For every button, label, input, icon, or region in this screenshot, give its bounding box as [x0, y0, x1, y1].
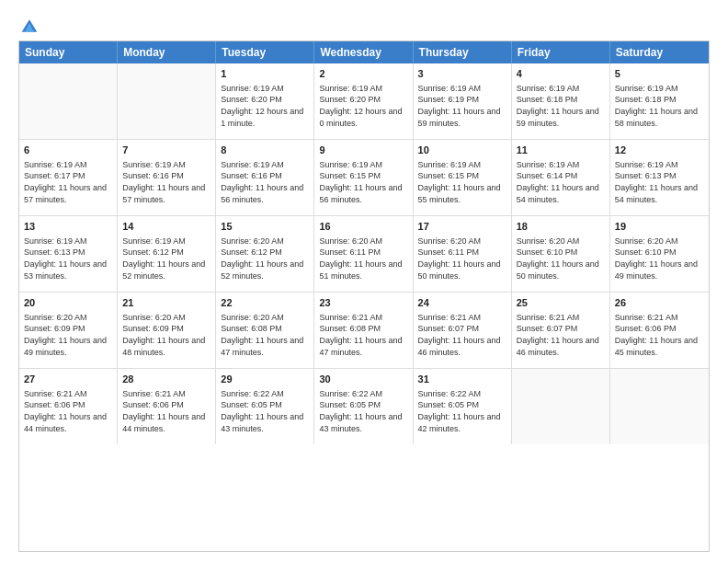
- day-info: Sunrise: 6:21 AM Sunset: 6:07 PM Dayligh…: [418, 312, 506, 358]
- day-info: Sunrise: 6:22 AM Sunset: 6:05 PM Dayligh…: [418, 388, 506, 434]
- day-info: Sunrise: 6:20 AM Sunset: 6:10 PM Dayligh…: [615, 236, 704, 282]
- calendar-week-2: 6Sunrise: 6:19 AM Sunset: 6:17 PM Daylig…: [19, 139, 709, 215]
- day-info: Sunrise: 6:19 AM Sunset: 6:18 PM Dayligh…: [517, 83, 605, 129]
- day-info: Sunrise: 6:22 AM Sunset: 6:05 PM Dayligh…: [221, 388, 309, 434]
- day-number: 9: [319, 144, 407, 157]
- weekday-header-friday: Friday: [512, 41, 610, 63]
- calendar-day-17: 17Sunrise: 6:20 AM Sunset: 6:11 PM Dayli…: [414, 216, 512, 292]
- day-number: 5: [615, 67, 704, 81]
- calendar-day-5: 5Sunrise: 6:19 AM Sunset: 6:18 PM Daylig…: [610, 63, 709, 139]
- day-number: 3: [418, 67, 506, 81]
- day-info: Sunrise: 6:21 AM Sunset: 6:06 PM Dayligh…: [615, 312, 704, 358]
- calendar-week-5: 27Sunrise: 6:21 AM Sunset: 6:06 PM Dayli…: [19, 368, 709, 444]
- calendar-day-31: 31Sunrise: 6:22 AM Sunset: 6:05 PM Dayli…: [414, 369, 512, 444]
- calendar-day-28: 28Sunrise: 6:21 AM Sunset: 6:06 PM Dayli…: [118, 369, 216, 444]
- day-number: 20: [24, 296, 112, 310]
- day-number: 27: [24, 373, 112, 386]
- day-info: Sunrise: 6:19 AM Sunset: 6:18 PM Dayligh…: [615, 83, 704, 129]
- calendar-day-24: 24Sunrise: 6:21 AM Sunset: 6:07 PM Dayli…: [414, 293, 512, 368]
- weekday-header-saturday: Saturday: [610, 41, 709, 63]
- day-number: 15: [221, 220, 309, 234]
- day-number: 24: [418, 296, 506, 310]
- calendar-day-22: 22Sunrise: 6:20 AM Sunset: 6:08 PM Dayli…: [216, 293, 314, 368]
- calendar-day-26: 26Sunrise: 6:21 AM Sunset: 6:06 PM Dayli…: [610, 293, 709, 368]
- day-number: 6: [24, 144, 112, 157]
- day-number: 12: [615, 144, 704, 157]
- day-info: Sunrise: 6:19 AM Sunset: 6:13 PM Dayligh…: [615, 159, 704, 205]
- day-number: 28: [122, 373, 210, 386]
- day-number: 19: [615, 220, 704, 234]
- day-info: Sunrise: 6:19 AM Sunset: 6:20 PM Dayligh…: [221, 83, 309, 129]
- calendar-day-7: 7Sunrise: 6:19 AM Sunset: 6:16 PM Daylig…: [118, 140, 216, 215]
- calendar-empty-cell: [19, 63, 118, 139]
- calendar: SundayMondayTuesdayWednesdayThursdayFrid…: [18, 40, 710, 552]
- day-number: 10: [418, 144, 506, 157]
- day-number: 14: [122, 220, 210, 234]
- calendar-day-6: 6Sunrise: 6:19 AM Sunset: 6:17 PM Daylig…: [19, 140, 118, 215]
- day-number: 22: [221, 296, 309, 310]
- calendar-body: 1Sunrise: 6:19 AM Sunset: 6:20 PM Daylig…: [19, 63, 709, 444]
- day-info: Sunrise: 6:20 AM Sunset: 6:10 PM Dayligh…: [517, 236, 605, 282]
- day-info: Sunrise: 6:21 AM Sunset: 6:06 PM Dayligh…: [24, 388, 112, 434]
- calendar-day-30: 30Sunrise: 6:22 AM Sunset: 6:05 PM Dayli…: [314, 369, 413, 444]
- calendar-day-19: 19Sunrise: 6:20 AM Sunset: 6:10 PM Dayli…: [610, 216, 709, 292]
- calendar-day-4: 4Sunrise: 6:19 AM Sunset: 6:18 PM Daylig…: [512, 63, 610, 139]
- header: [18, 17, 710, 31]
- day-info: Sunrise: 6:19 AM Sunset: 6:20 PM Dayligh…: [319, 83, 407, 129]
- calendar-day-9: 9Sunrise: 6:19 AM Sunset: 6:15 PM Daylig…: [314, 140, 413, 215]
- day-number: 2: [319, 67, 407, 81]
- calendar-day-15: 15Sunrise: 6:20 AM Sunset: 6:12 PM Dayli…: [216, 216, 314, 292]
- calendar-day-20: 20Sunrise: 6:20 AM Sunset: 6:09 PM Dayli…: [19, 293, 118, 368]
- calendar-day-14: 14Sunrise: 6:19 AM Sunset: 6:12 PM Dayli…: [118, 216, 216, 292]
- calendar-empty-cell: [512, 369, 610, 444]
- calendar-day-18: 18Sunrise: 6:20 AM Sunset: 6:10 PM Dayli…: [512, 216, 610, 292]
- logo-icon: [20, 17, 39, 35]
- day-number: 16: [319, 220, 407, 234]
- calendar-empty-cell: [610, 369, 709, 444]
- day-info: Sunrise: 6:20 AM Sunset: 6:09 PM Dayligh…: [122, 312, 210, 358]
- logo: [18, 17, 39, 31]
- calendar-day-13: 13Sunrise: 6:19 AM Sunset: 6:13 PM Dayli…: [19, 216, 118, 292]
- day-info: Sunrise: 6:20 AM Sunset: 6:11 PM Dayligh…: [418, 236, 506, 282]
- day-number: 11: [517, 144, 605, 157]
- calendar-day-11: 11Sunrise: 6:19 AM Sunset: 6:14 PM Dayli…: [512, 140, 610, 215]
- day-number: 25: [517, 296, 605, 310]
- calendar-empty-cell: [118, 63, 216, 139]
- day-number: 4: [517, 67, 605, 81]
- day-info: Sunrise: 6:21 AM Sunset: 6:07 PM Dayligh…: [517, 312, 605, 358]
- day-info: Sunrise: 6:21 AM Sunset: 6:06 PM Dayligh…: [122, 388, 210, 434]
- calendar-day-1: 1Sunrise: 6:19 AM Sunset: 6:20 PM Daylig…: [216, 63, 314, 139]
- page: SundayMondayTuesdayWednesdayThursdayFrid…: [0, 0, 728, 563]
- day-info: Sunrise: 6:19 AM Sunset: 6:16 PM Dayligh…: [221, 159, 309, 205]
- day-info: Sunrise: 6:20 AM Sunset: 6:12 PM Dayligh…: [221, 236, 309, 282]
- day-info: Sunrise: 6:19 AM Sunset: 6:16 PM Dayligh…: [122, 159, 210, 205]
- calendar-day-12: 12Sunrise: 6:19 AM Sunset: 6:13 PM Dayli…: [610, 140, 709, 215]
- weekday-header-tuesday: Tuesday: [216, 41, 314, 63]
- day-number: 31: [418, 373, 506, 386]
- day-info: Sunrise: 6:19 AM Sunset: 6:17 PM Dayligh…: [24, 159, 112, 205]
- calendar-header: SundayMondayTuesdayWednesdayThursdayFrid…: [19, 41, 709, 63]
- calendar-day-16: 16Sunrise: 6:20 AM Sunset: 6:11 PM Dayli…: [314, 216, 413, 292]
- day-number: 18: [517, 220, 605, 234]
- calendar-day-10: 10Sunrise: 6:19 AM Sunset: 6:15 PM Dayli…: [414, 140, 512, 215]
- weekday-header-sunday: Sunday: [19, 41, 118, 63]
- weekday-header-thursday: Thursday: [414, 41, 512, 63]
- day-number: 13: [24, 220, 112, 234]
- day-info: Sunrise: 6:19 AM Sunset: 6:15 PM Dayligh…: [319, 159, 407, 205]
- day-info: Sunrise: 6:22 AM Sunset: 6:05 PM Dayligh…: [319, 388, 407, 434]
- calendar-day-2: 2Sunrise: 6:19 AM Sunset: 6:20 PM Daylig…: [314, 63, 413, 139]
- day-info: Sunrise: 6:19 AM Sunset: 6:15 PM Dayligh…: [418, 159, 506, 205]
- day-number: 17: [418, 220, 506, 234]
- day-info: Sunrise: 6:20 AM Sunset: 6:08 PM Dayligh…: [221, 312, 309, 358]
- calendar-day-21: 21Sunrise: 6:20 AM Sunset: 6:09 PM Dayli…: [118, 293, 216, 368]
- calendar-week-1: 1Sunrise: 6:19 AM Sunset: 6:20 PM Daylig…: [19, 63, 709, 139]
- day-number: 8: [221, 144, 309, 157]
- weekday-header-wednesday: Wednesday: [314, 41, 413, 63]
- calendar-day-25: 25Sunrise: 6:21 AM Sunset: 6:07 PM Dayli…: [512, 293, 610, 368]
- day-number: 1: [221, 67, 309, 81]
- day-info: Sunrise: 6:20 AM Sunset: 6:11 PM Dayligh…: [319, 236, 407, 282]
- day-info: Sunrise: 6:21 AM Sunset: 6:08 PM Dayligh…: [319, 312, 407, 358]
- calendar-week-4: 20Sunrise: 6:20 AM Sunset: 6:09 PM Dayli…: [19, 292, 709, 368]
- day-number: 29: [221, 373, 309, 386]
- day-number: 23: [319, 296, 407, 310]
